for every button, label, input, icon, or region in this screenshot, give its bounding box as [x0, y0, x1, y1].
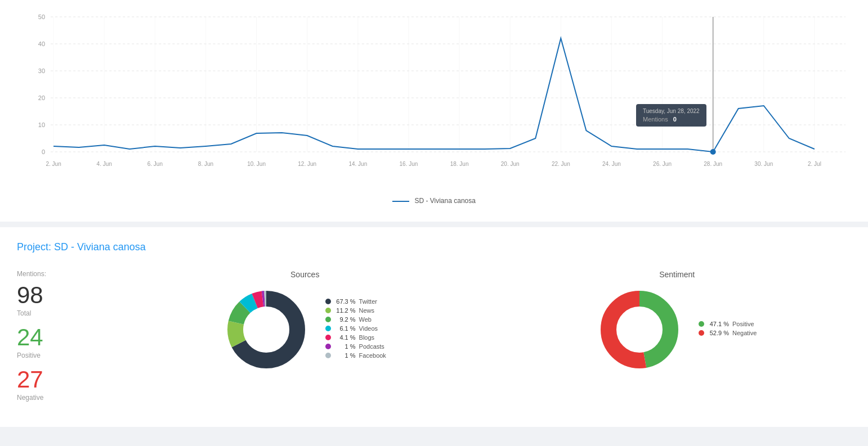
legend-label-facebook: Facebook — [359, 352, 386, 359]
svg-point-56 — [618, 308, 661, 351]
svg-text:30: 30 — [38, 67, 45, 74]
svg-text:24. Jun: 24. Jun — [602, 161, 621, 167]
svg-text:26. Jun: 26. Jun — [653, 161, 672, 167]
legend-dot-podcasts — [325, 344, 331, 349]
legend-dot-blogs — [325, 335, 331, 340]
svg-text:14. Jun: 14. Jun — [348, 161, 367, 167]
legend-item-negative: 52.9 % Negative — [699, 330, 757, 336]
chart-legend-label: SD - Viviana canosa — [414, 197, 476, 205]
svg-text:20: 20 — [38, 94, 45, 101]
charts-area: Sources — [129, 270, 851, 372]
negative-value: 27 — [17, 368, 107, 391]
legend-label-negative: Negative — [732, 330, 757, 336]
svg-text:30. Jun: 30. Jun — [754, 161, 773, 167]
line-chart-container: 50 40 30 20 10 0 2. Jun 4. Jun 6. Jun 8.… — [17, 11, 851, 191]
legend-label-positive: Positive — [732, 321, 754, 327]
sources-legend: 67.3 % Twitter 11.2 % News 9.2 % Web — [325, 298, 386, 361]
stats-row: Mentions: 98 Total 24 Positive 27 Negati… — [17, 270, 851, 410]
legend-item-twitter: 67.3 % Twitter — [325, 298, 386, 305]
legend-item-news: 11.2 % News — [325, 307, 386, 314]
bottom-section: Project: SD - Viviana canosa Mentions: 9… — [0, 227, 868, 427]
svg-text:10: 10 — [38, 121, 45, 128]
legend-dot-web — [325, 317, 331, 322]
svg-text:18. Jun: 18. Jun — [450, 161, 469, 167]
legend-dot-facebook — [325, 353, 331, 358]
legend-item-podcasts: 1 % Podcasts — [325, 343, 386, 350]
legend-pct-blogs: 4.1 % — [334, 334, 356, 341]
mentions-block: Mentions: 98 Total 24 Positive 27 Negati… — [17, 270, 107, 410]
svg-text:50: 50 — [38, 13, 45, 20]
legend-dot-positive — [699, 321, 704, 327]
chart-section: 50 40 30 20 10 0 2. Jun 4. Jun 6. Jun 8.… — [0, 0, 868, 222]
svg-text:10. Jun: 10. Jun — [247, 161, 266, 167]
legend-label-news: News — [359, 307, 375, 314]
sentiment-title: Sentiment — [659, 270, 695, 279]
svg-text:20. Jun: 20. Jun — [501, 161, 520, 167]
total-value: 98 — [17, 283, 107, 307]
negative-label: Negative — [17, 394, 107, 402]
legend-item-positive: 47.1 % Positive — [699, 321, 757, 327]
legend-label-twitter: Twitter — [359, 298, 377, 305]
total-stat: 98 Total — [17, 283, 107, 317]
chart-legend: SD - Viviana canosa — [17, 197, 851, 205]
project-title: Project: SD - Viviana canosa — [17, 241, 851, 253]
svg-text:8. Jun: 8. Jun — [198, 161, 213, 167]
legend-dot-twitter — [325, 299, 331, 304]
sentiment-donut-with-legend: 47.1 % Positive 52.9 % Negative — [597, 287, 757, 372]
legend-pct-news: 11.2 % — [334, 307, 356, 314]
svg-text:40: 40 — [38, 40, 45, 47]
sentiment-legend: 47.1 % Positive 52.9 % Negative — [699, 321, 757, 339]
sources-section: Sources — [224, 270, 386, 372]
svg-text:2. Jul: 2. Jul — [808, 161, 821, 167]
svg-text:22. Jun: 22. Jun — [552, 161, 570, 167]
legend-line-icon — [392, 201, 409, 202]
legend-item-videos: 6.1 % Videos — [325, 325, 386, 332]
legend-label-videos: Videos — [359, 325, 378, 332]
legend-label-web: Web — [359, 316, 372, 323]
positive-stat: 24 Positive — [17, 326, 107, 359]
legend-dot-videos — [325, 326, 331, 331]
legend-pct-negative: 52.9 % — [708, 330, 729, 336]
legend-label-podcasts: Podcasts — [359, 343, 384, 350]
svg-text:2. Jun: 2. Jun — [46, 161, 61, 167]
positive-value: 24 — [17, 326, 107, 349]
legend-pct-positive: 47.1 % — [708, 321, 729, 327]
sources-donut-chart — [224, 287, 308, 372]
sentiment-section: Sentiment 47.1 % Positive — [597, 270, 757, 372]
negative-stat: 27 Negative — [17, 368, 107, 402]
svg-text:28. Jun: 28. Jun — [704, 161, 722, 167]
legend-pct-web: 9.2 % — [334, 316, 356, 323]
legend-item-facebook: 1 % Facebook — [325, 352, 386, 359]
svg-point-53 — [245, 308, 288, 351]
legend-pct-twitter: 67.3 % — [334, 298, 356, 305]
sentiment-donut-chart — [597, 287, 682, 372]
legend-pct-facebook: 1 % — [334, 352, 356, 359]
line-chart-svg: 50 40 30 20 10 0 2. Jun 4. Jun 6. Jun 8.… — [17, 11, 851, 180]
svg-text:12. Jun: 12. Jun — [298, 161, 316, 167]
svg-text:4. Jun: 4. Jun — [97, 161, 112, 167]
legend-label-blogs: Blogs — [359, 334, 375, 341]
svg-text:0: 0 — [42, 148, 45, 155]
legend-item-blogs: 4.1 % Blogs — [325, 334, 386, 341]
svg-text:16. Jun: 16. Jun — [400, 161, 418, 167]
legend-pct-podcasts: 1 % — [334, 343, 356, 350]
legend-dot-news — [325, 308, 331, 313]
legend-pct-videos: 6.1 % — [334, 325, 356, 332]
svg-text:6. Jun: 6. Jun — [147, 161, 163, 167]
sources-title: Sources — [290, 270, 319, 279]
legend-dot-negative — [699, 330, 704, 336]
svg-point-45 — [710, 149, 716, 155]
total-label: Total — [17, 309, 107, 317]
legend-item-web: 9.2 % Web — [325, 316, 386, 323]
positive-label: Positive — [17, 352, 107, 359]
sources-donut-with-legend: 67.3 % Twitter 11.2 % News 9.2 % Web — [224, 287, 386, 372]
mentions-label: Mentions: — [17, 270, 107, 278]
